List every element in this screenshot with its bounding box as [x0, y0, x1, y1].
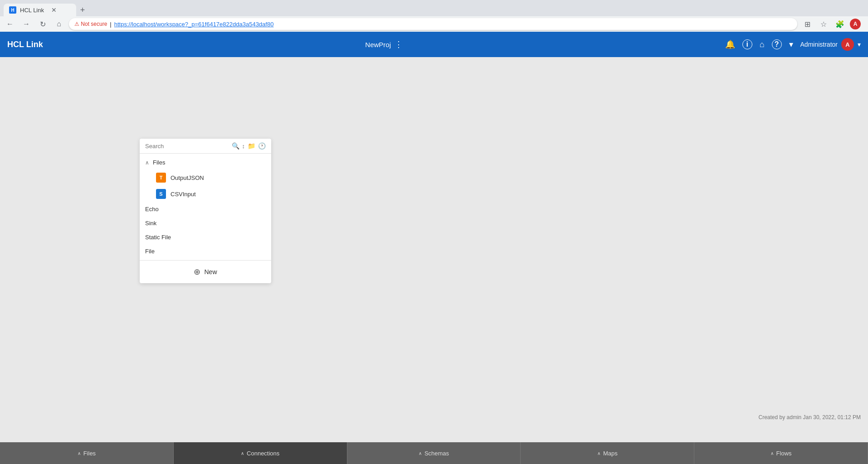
tab-maps-label: Maps [603, 450, 618, 457]
list-item[interactable]: Echo [140, 202, 271, 216]
tab-chevron-icon: ∧ [597, 451, 600, 456]
files-section-header[interactable]: ∧ Files [140, 155, 271, 169]
new-button-icon: ⊕ [194, 267, 200, 277]
refresh-button[interactable]: ↻ [36, 18, 49, 30]
app-header-right: 🔔 i ⌂ ? ▾ Administrator A ▾ [725, 38, 861, 51]
file-label: OutputJSON [171, 174, 204, 181]
address-field[interactable]: ⚠ Not secure | https://localhost/workspa… [69, 18, 797, 30]
history-icon[interactable]: 🕐 [258, 142, 266, 150]
forward-button[interactable]: → [20, 18, 33, 30]
panel-search: 🔍 ↕ 📁 🕐 [140, 139, 271, 154]
app-header-center: NewProj ⋮ [365, 39, 403, 49]
status-text: Created by admin Jan 30, 2022, 01:12 PM [759, 414, 861, 420]
new-button[interactable]: ⊕ New [190, 265, 220, 279]
search-input[interactable] [145, 143, 228, 150]
status-bar: Created by admin Jan 30, 2022, 01:12 PM [759, 414, 861, 420]
address-separator: | [110, 21, 111, 28]
browser-chrome: H HCL Link ✕ + ← → ↻ ⌂ ⚠ Not secure | ht… [0, 0, 868, 32]
file-icon-letter: T [160, 175, 163, 180]
tab-title: HCL Link [20, 7, 44, 14]
info-icon[interactable]: i [742, 39, 752, 49]
favicon-letter: H [11, 8, 14, 13]
footer-tabs: ∧ Files ∧ Connections ∧ Schemas ∧ Maps ∧… [0, 442, 868, 464]
home-nav-icon[interactable]: ⌂ [760, 40, 765, 49]
tab-files-label: Files [83, 450, 96, 457]
new-button-label: New [204, 268, 217, 276]
user-dropdown-icon[interactable]: ▾ [858, 41, 861, 48]
file-label: CSVInput [171, 191, 196, 198]
tab-chevron-icon: ∧ [770, 451, 774, 456]
search-icon[interactable]: 🔍 [232, 142, 239, 150]
user-menu[interactable]: Administrator A ▾ [800, 38, 861, 51]
tab-favicon: H [9, 6, 16, 14]
app-header-left: HCL Link [7, 40, 43, 49]
tab-chevron-icon: ∧ [241, 451, 244, 456]
puzzle-button[interactable]: 🧩 [834, 18, 846, 30]
tab-schemas[interactable]: ∧ Schemas [347, 442, 521, 464]
app-header: HCL Link NewProj ⋮ 🔔 i ⌂ ? ▾ Administrat… [0, 32, 868, 57]
tab-chevron-icon: ∧ [78, 451, 81, 456]
collapse-chevron-icon: ∧ [145, 160, 149, 166]
main-content: 🔍 ↕ 📁 🕐 ∧ Files T OutputJSON [0, 57, 868, 442]
help-icon[interactable]: ? [772, 39, 782, 49]
tab-chevron-icon: ∧ [419, 451, 422, 456]
list-item[interactable]: S CSVInput [140, 186, 271, 202]
browser-tabs: H HCL Link ✕ + [0, 0, 868, 16]
security-warning: ⚠ Not secure [74, 21, 107, 27]
search-icons: 🔍 ↕ 📁 🕐 [232, 142, 266, 150]
app-logo: HCL Link [7, 40, 43, 49]
project-menu-icon[interactable]: ⋮ [395, 39, 403, 49]
home-button[interactable]: ⌂ [53, 18, 65, 30]
user-name: Administrator [800, 41, 838, 48]
browser-address-bar: ← → ↻ ⌂ ⚠ Not secure | https://localhost… [0, 16, 868, 32]
new-tab-button[interactable]: + [76, 4, 89, 16]
header-dropdown-icon[interactable]: ▾ [789, 39, 793, 49]
list-item[interactable]: File [140, 244, 271, 258]
tab-flows[interactable]: ∧ Flows [694, 442, 868, 464]
tab-files[interactable]: ∧ Files [0, 442, 174, 464]
list-item[interactable]: Static File [140, 230, 271, 244]
panel-footer: ⊕ New [140, 260, 271, 283]
panel-body: ∧ Files T OutputJSON S CSVInput Echo Sin… [140, 154, 271, 260]
notification-bell-icon[interactable]: 🔔 [725, 39, 735, 49]
tab-schemas-label: Schemas [424, 450, 449, 457]
browser-tab[interactable]: H HCL Link ✕ [4, 4, 76, 16]
project-name: NewProj [365, 41, 391, 48]
user-avatar: A [841, 38, 854, 51]
tab-connections-label: Connections [247, 450, 279, 457]
browser-actions: ⊞ ☆ 🧩 A [801, 18, 864, 30]
bookmark-button[interactable]: ☆ [817, 18, 830, 30]
file-icon-blue: S [156, 189, 166, 199]
tab-maps[interactable]: ∧ Maps [521, 442, 694, 464]
tab-close-button[interactable]: ✕ [51, 6, 57, 14]
address-url[interactable]: https://localhost/workspace?_p=61f6417e8… [114, 21, 274, 28]
tab-flows-label: Flows [776, 450, 792, 457]
file-icon-letter: S [159, 191, 162, 197]
panel: 🔍 ↕ 📁 🕐 ∧ Files T OutputJSON [140, 139, 271, 283]
tab-connections[interactable]: ∧ Connections [174, 442, 347, 464]
back-button[interactable]: ← [4, 18, 16, 30]
chrome-user-avatar[interactable]: A [850, 19, 861, 29]
folder-icon[interactable]: 📁 [248, 142, 255, 150]
extensions-button[interactable]: ⊞ [801, 18, 814, 30]
file-icon-orange: T [156, 173, 166, 183]
sort-icon[interactable]: ↕ [242, 143, 245, 150]
list-item[interactable]: Sink [140, 216, 271, 230]
files-section-title: Files [153, 159, 165, 166]
list-item[interactable]: T OutputJSON [140, 169, 271, 186]
